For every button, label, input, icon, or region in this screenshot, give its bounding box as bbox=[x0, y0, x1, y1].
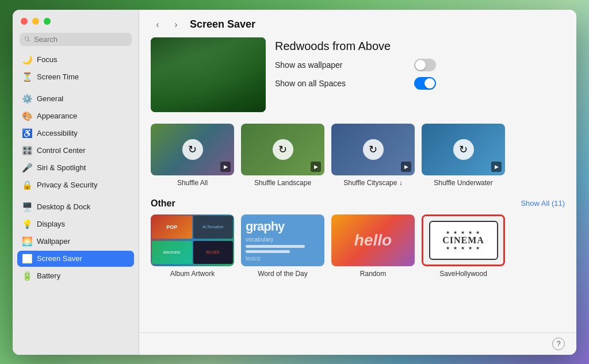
shuffle-all-thumb: ↻ ▶ bbox=[151, 124, 234, 175]
help-label: ? bbox=[556, 339, 560, 348]
word-of-day-label: Word of the Day bbox=[258, 270, 307, 278]
help-button[interactable]: ? bbox=[552, 338, 565, 350]
minimize-button[interactable] bbox=[32, 18, 39, 25]
show-all-link[interactable]: Show All (11) bbox=[521, 199, 565, 208]
shuffle-underwater-item[interactable]: ↻ ▶ Shuffle Underwater bbox=[422, 124, 505, 187]
close-button[interactable] bbox=[21, 18, 28, 25]
shuffle-underwater-label: Shuffle Underwater bbox=[434, 179, 493, 187]
sidebar-label-general: General bbox=[37, 94, 63, 103]
preview-section: Redwoods from Above Show as wallpaper Sh… bbox=[151, 37, 565, 112]
random-thumb: hello bbox=[331, 214, 415, 266]
shuffle-all-label: Shuffle All bbox=[177, 179, 208, 187]
back-button[interactable]: ‹ bbox=[151, 18, 165, 32]
play-icon: ▶ bbox=[220, 162, 231, 172]
other-title: Other bbox=[151, 198, 175, 209]
sidebar-item-displays[interactable]: 💡 Displays bbox=[17, 216, 134, 232]
shuffle-cityscape-thumb: ↻ ▶ bbox=[331, 124, 415, 175]
sidebar-label-appearance: Appearance bbox=[37, 112, 77, 120]
sidebar-item-siri-spotlight[interactable]: 🎤 Siri & Spotlight bbox=[17, 160, 134, 176]
savehollywood-item[interactable]: ★ ★ ★ ★ ★ CINEMA ★ ★ ★ ★ ★ SaveHollywood bbox=[422, 214, 505, 278]
shuffle-cityscape-label: Shuffle Cityscape ↓ bbox=[343, 179, 403, 187]
screen-time-icon: ⏳ bbox=[22, 72, 32, 82]
svg-point-0 bbox=[25, 37, 28, 40]
search-bar[interactable] bbox=[20, 33, 132, 46]
savehollywood-thumb: ★ ★ ★ ★ ★ CINEMA ★ ★ ★ ★ ★ bbox=[422, 214, 505, 266]
sidebar: 🌙 Focus ⏳ Screen Time ⚙️ General 🎨 Appea… bbox=[13, 10, 139, 355]
sidebar-label-privacy-security: Privacy & Security bbox=[37, 181, 97, 189]
shuffle-underwater-thumb: ↻ ▶ bbox=[422, 124, 505, 175]
shuffle-all-item[interactable]: ↻ ▶ Shuffle All bbox=[151, 124, 234, 187]
accessibility-icon: ♿ bbox=[22, 128, 32, 139]
sidebar-list: 🌙 Focus ⏳ Screen Time ⚙️ General 🎨 Appea… bbox=[13, 52, 139, 355]
sidebar-item-focus[interactable]: 🌙 Focus bbox=[17, 52, 134, 68]
sidebar-label-battery: Battery bbox=[37, 271, 60, 280]
sidebar-item-general[interactable]: ⚙️ General bbox=[17, 91, 134, 107]
shuffle-cityscape-item[interactable]: ↻ ▶ Shuffle Cityscape ↓ bbox=[331, 124, 415, 187]
random-label: Random bbox=[360, 270, 386, 278]
sidebar-item-wallpaper[interactable]: 🌅 Wallpaper bbox=[17, 233, 134, 250]
battery-icon: 🔋 bbox=[22, 271, 32, 281]
search-icon bbox=[24, 36, 30, 43]
sidebar-label-screen-saver: Screen Saver bbox=[37, 254, 82, 263]
word-of-day-item[interactable]: graphy vocabulary lexico Word of the Day bbox=[241, 214, 324, 278]
savehollywood-label: SaveHollywood bbox=[439, 270, 487, 278]
play-landscape-icon: ▶ bbox=[311, 162, 321, 172]
appearance-icon: 🎨 bbox=[22, 111, 32, 121]
cinema-ticket: ★ ★ ★ ★ ★ CINEMA ★ ★ ★ ★ ★ bbox=[429, 221, 498, 260]
shuffle-underwater-icon: ↻ bbox=[453, 139, 474, 160]
desktop-dock-icon: 🖥️ bbox=[22, 202, 32, 212]
sidebar-item-appearance[interactable]: 🎨 Appearance bbox=[17, 108, 134, 124]
toolbar: ‹ › Screen Saver bbox=[139, 10, 576, 37]
play-cityscape-icon: ▶ bbox=[401, 162, 411, 172]
show-as-wallpaper-toggle[interactable] bbox=[414, 59, 436, 71]
show-on-all-spaces-row: Show on all Spaces bbox=[275, 77, 436, 90]
help-area: ? bbox=[139, 332, 576, 355]
main-content: ‹ › Screen Saver Redwoods from Above Sho… bbox=[139, 10, 576, 355]
privacy-icon: 🔒 bbox=[22, 180, 32, 190]
sidebar-label-displays: Displays bbox=[37, 220, 65, 228]
sidebar-label-siri-spotlight: Siri & Spotlight bbox=[37, 163, 86, 172]
sidebar-item-battery[interactable]: 🔋 Battery bbox=[17, 268, 134, 284]
play-underwater-icon: ▶ bbox=[491, 162, 502, 172]
show-on-all-spaces-toggle[interactable] bbox=[414, 77, 436, 90]
preview-thumbnail[interactable] bbox=[151, 37, 266, 112]
focus-icon: 🌙 bbox=[22, 55, 32, 65]
sidebar-label-desktop-dock: Desktop & Dock bbox=[37, 202, 90, 211]
sidebar-item-control-center[interactable]: 🎛️ Control Center bbox=[17, 143, 134, 159]
sidebar-item-accessibility[interactable]: ♿ Accessibility bbox=[17, 125, 134, 141]
shuffle-icon: ↻ bbox=[182, 139, 203, 160]
search-input[interactable] bbox=[34, 35, 127, 44]
sidebar-item-screen-time[interactable]: ⏳ Screen Time bbox=[17, 69, 134, 85]
show-as-wallpaper-label: Show as wallpaper bbox=[275, 60, 343, 70]
displays-icon: 💡 bbox=[22, 219, 32, 229]
shuffle-cityscape-icon: ↻ bbox=[363, 139, 384, 160]
album-artwork-item[interactable]: POP ALTernative electronic BLUES Album A… bbox=[151, 214, 234, 278]
sidebar-label-wallpaper: Wallpaper bbox=[37, 237, 70, 246]
album-artwork-thumb: POP ALTernative electronic BLUES bbox=[151, 214, 234, 266]
maximize-button[interactable] bbox=[44, 18, 51, 25]
sidebar-label-focus: Focus bbox=[37, 55, 57, 64]
screensaver-title: Redwoods from Above bbox=[275, 40, 436, 53]
sidebar-item-privacy-security[interactable]: 🔒 Privacy & Security bbox=[17, 177, 134, 193]
random-item[interactable]: hello Random bbox=[331, 214, 415, 278]
cinema-stars-bottom: ★ ★ ★ ★ ★ bbox=[446, 246, 481, 251]
forward-button[interactable]: › bbox=[169, 18, 183, 32]
show-on-all-spaces-label: Show on all Spaces bbox=[275, 79, 346, 88]
screen-saver-icon: 🖼️ bbox=[22, 254, 32, 264]
sidebar-label-screen-time: Screen Time bbox=[37, 72, 79, 81]
sidebar-label-accessibility: Accessibility bbox=[37, 129, 78, 137]
control-center-icon: 🎛️ bbox=[22, 145, 32, 156]
page-title: Screen Saver bbox=[190, 18, 255, 30]
shuffle-landscape-label: Shuffle Landscape bbox=[254, 179, 311, 187]
svg-line-1 bbox=[28, 40, 30, 42]
cinema-text: CINEMA bbox=[442, 235, 484, 246]
content-area: Redwoods from Above Show as wallpaper Sh… bbox=[139, 37, 576, 332]
shuffle-landscape-icon: ↻ bbox=[273, 139, 293, 160]
siri-icon: 🎤 bbox=[22, 163, 32, 173]
shuffle-landscape-thumb: ↻ ▶ bbox=[241, 124, 324, 175]
sidebar-item-desktop-dock[interactable]: 🖥️ Desktop & Dock bbox=[17, 199, 134, 215]
preview-info: Redwoods from Above Show as wallpaper Sh… bbox=[275, 37, 436, 90]
shuffle-landscape-item[interactable]: ↻ ▶ Shuffle Landscape bbox=[241, 124, 324, 187]
other-header: Other Show All (11) bbox=[151, 198, 565, 209]
sidebar-item-screen-saver[interactable]: 🖼️ Screen Saver bbox=[17, 251, 134, 267]
